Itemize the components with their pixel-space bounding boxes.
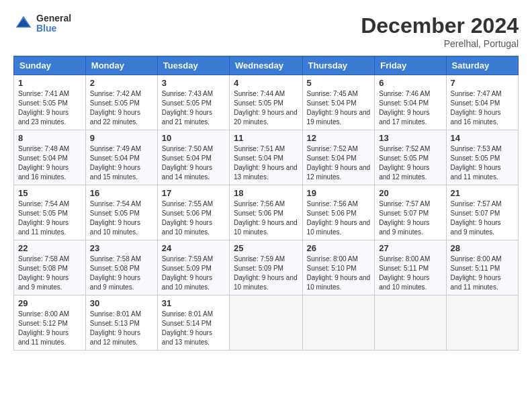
calendar-cell: 10 Sunrise: 7:50 AM Sunset: 5:04 PM Dayl… bbox=[157, 130, 229, 185]
calendar-cell: 17 Sunrise: 7:55 AM Sunset: 5:06 PM Dayl… bbox=[157, 185, 229, 240]
day-number: 17 bbox=[162, 188, 225, 198]
calendar-cell: 8 Sunrise: 7:48 AM Sunset: 5:04 PM Dayli… bbox=[14, 130, 86, 185]
column-header-saturday: Saturday bbox=[446, 56, 518, 75]
day-info: Sunrise: 7:56 AM Sunset: 5:06 PM Dayligh… bbox=[234, 199, 298, 237]
calendar-cell: 29 Sunrise: 8:00 AM Sunset: 5:12 PM Dayl… bbox=[14, 295, 86, 351]
calendar-cell bbox=[375, 295, 446, 351]
day-info: Sunrise: 7:42 AM Sunset: 5:05 PM Dayligh… bbox=[90, 89, 153, 127]
calendar-week-row: 8 Sunrise: 7:48 AM Sunset: 5:04 PM Dayli… bbox=[14, 130, 519, 185]
day-number: 3 bbox=[162, 78, 225, 88]
logo-icon bbox=[13, 13, 34, 34]
day-info: Sunrise: 7:54 AM Sunset: 5:05 PM Dayligh… bbox=[90, 199, 153, 237]
logo-text: General Blue bbox=[36, 13, 71, 34]
day-number: 25 bbox=[234, 243, 298, 253]
day-number: 16 bbox=[90, 188, 153, 198]
day-number: 21 bbox=[451, 188, 514, 198]
day-info: Sunrise: 7:46 AM Sunset: 5:04 PM Dayligh… bbox=[379, 89, 441, 127]
day-info: Sunrise: 7:57 AM Sunset: 5:07 PM Dayligh… bbox=[379, 199, 441, 237]
day-number: 31 bbox=[162, 298, 225, 308]
day-info: Sunrise: 7:52 AM Sunset: 5:04 PM Dayligh… bbox=[307, 144, 371, 182]
day-number: 23 bbox=[90, 243, 153, 253]
calendar-cell: 14 Sunrise: 7:53 AM Sunset: 5:05 PM Dayl… bbox=[446, 130, 518, 185]
column-header-thursday: Thursday bbox=[302, 56, 375, 75]
calendar-week-row: 22 Sunrise: 7:58 AM Sunset: 5:08 PM Dayl… bbox=[14, 240, 519, 295]
calendar-cell: 23 Sunrise: 7:58 AM Sunset: 5:08 PM Dayl… bbox=[85, 240, 157, 295]
day-number: 6 bbox=[379, 78, 441, 88]
day-number: 22 bbox=[18, 243, 81, 253]
logo-general-text: General bbox=[36, 13, 71, 24]
day-info: Sunrise: 7:52 AM Sunset: 5:05 PM Dayligh… bbox=[379, 144, 441, 182]
calendar-cell: 9 Sunrise: 7:49 AM Sunset: 5:04 PM Dayli… bbox=[85, 130, 157, 185]
day-info: Sunrise: 7:44 AM Sunset: 5:05 PM Dayligh… bbox=[234, 89, 298, 127]
day-info: Sunrise: 7:58 AM Sunset: 5:08 PM Dayligh… bbox=[90, 255, 153, 292]
day-number: 9 bbox=[90, 133, 153, 143]
calendar-cell bbox=[230, 295, 303, 351]
logo-blue-text: Blue bbox=[36, 24, 71, 34]
calendar-cell: 7 Sunrise: 7:47 AM Sunset: 5:04 PM Dayli… bbox=[446, 75, 518, 130]
day-number: 13 bbox=[379, 133, 441, 143]
calendar-week-row: 1 Sunrise: 7:41 AM Sunset: 5:05 PM Dayli… bbox=[14, 75, 519, 130]
calendar-cell: 26 Sunrise: 8:00 AM Sunset: 5:10 PM Dayl… bbox=[302, 240, 375, 295]
page-header: General Blue December 2024 Perelhal, Por… bbox=[13, 13, 519, 49]
day-info: Sunrise: 7:59 AM Sunset: 5:09 PM Dayligh… bbox=[162, 255, 225, 292]
title-section: December 2024 Perelhal, Portugal bbox=[361, 13, 519, 49]
day-number: 29 bbox=[18, 298, 81, 308]
day-info: Sunrise: 7:50 AM Sunset: 5:04 PM Dayligh… bbox=[162, 144, 225, 182]
calendar-header-row: SundayMondayTuesdayWednesdayThursdayFrid… bbox=[14, 56, 519, 75]
calendar-cell: 18 Sunrise: 7:56 AM Sunset: 5:06 PM Dayl… bbox=[230, 185, 303, 240]
calendar-cell: 15 Sunrise: 7:54 AM Sunset: 5:05 PM Dayl… bbox=[14, 185, 86, 240]
calendar-cell: 11 Sunrise: 7:51 AM Sunset: 5:04 PM Dayl… bbox=[230, 130, 303, 185]
calendar-cell: 13 Sunrise: 7:52 AM Sunset: 5:05 PM Dayl… bbox=[375, 130, 446, 185]
calendar-cell: 21 Sunrise: 7:57 AM Sunset: 5:07 PM Dayl… bbox=[446, 185, 518, 240]
day-number: 14 bbox=[451, 133, 514, 143]
day-info: Sunrise: 7:49 AM Sunset: 5:04 PM Dayligh… bbox=[90, 144, 153, 182]
day-number: 11 bbox=[234, 133, 298, 143]
calendar-table: SundayMondayTuesdayWednesdayThursdayFrid… bbox=[13, 56, 519, 351]
day-number: 7 bbox=[451, 78, 514, 88]
day-info: Sunrise: 8:01 AM Sunset: 5:14 PM Dayligh… bbox=[162, 310, 225, 347]
day-number: 26 bbox=[307, 243, 371, 253]
location: Perelhal, Portugal bbox=[361, 38, 519, 49]
day-number: 30 bbox=[90, 298, 153, 308]
calendar-cell: 2 Sunrise: 7:42 AM Sunset: 5:05 PM Dayli… bbox=[85, 75, 157, 130]
day-number: 19 bbox=[307, 188, 371, 198]
day-info: Sunrise: 7:48 AM Sunset: 5:04 PM Dayligh… bbox=[18, 144, 81, 182]
calendar-week-row: 15 Sunrise: 7:54 AM Sunset: 5:05 PM Dayl… bbox=[14, 185, 519, 240]
calendar-cell: 4 Sunrise: 7:44 AM Sunset: 5:05 PM Dayli… bbox=[230, 75, 303, 130]
day-info: Sunrise: 7:51 AM Sunset: 5:04 PM Dayligh… bbox=[234, 144, 298, 182]
day-info: Sunrise: 8:00 AM Sunset: 5:11 PM Dayligh… bbox=[451, 255, 514, 292]
day-info: Sunrise: 7:56 AM Sunset: 5:06 PM Dayligh… bbox=[307, 199, 371, 237]
day-number: 24 bbox=[162, 243, 225, 253]
day-info: Sunrise: 8:00 AM Sunset: 5:12 PM Dayligh… bbox=[18, 310, 81, 347]
column-header-tuesday: Tuesday bbox=[157, 56, 229, 75]
column-header-wednesday: Wednesday bbox=[230, 56, 303, 75]
day-info: Sunrise: 7:58 AM Sunset: 5:08 PM Dayligh… bbox=[18, 255, 81, 292]
column-header-sunday: Sunday bbox=[14, 56, 86, 75]
day-info: Sunrise: 7:43 AM Sunset: 5:05 PM Dayligh… bbox=[162, 89, 225, 127]
day-info: Sunrise: 7:57 AM Sunset: 5:07 PM Dayligh… bbox=[451, 199, 514, 237]
calendar-cell bbox=[302, 295, 375, 351]
day-info: Sunrise: 8:00 AM Sunset: 5:10 PM Dayligh… bbox=[307, 255, 371, 292]
day-number: 10 bbox=[162, 133, 225, 143]
calendar-cell: 22 Sunrise: 7:58 AM Sunset: 5:08 PM Dayl… bbox=[14, 240, 86, 295]
day-number: 12 bbox=[307, 133, 371, 143]
calendar-cell: 24 Sunrise: 7:59 AM Sunset: 5:09 PM Dayl… bbox=[157, 240, 229, 295]
day-number: 2 bbox=[90, 78, 153, 88]
calendar-cell: 28 Sunrise: 8:00 AM Sunset: 5:11 PM Dayl… bbox=[446, 240, 518, 295]
day-number: 20 bbox=[379, 188, 441, 198]
day-number: 27 bbox=[379, 243, 441, 253]
calendar-cell: 3 Sunrise: 7:43 AM Sunset: 5:05 PM Dayli… bbox=[157, 75, 229, 130]
calendar-cell: 27 Sunrise: 8:00 AM Sunset: 5:11 PM Dayl… bbox=[375, 240, 446, 295]
day-info: Sunrise: 8:00 AM Sunset: 5:11 PM Dayligh… bbox=[379, 255, 441, 292]
day-info: Sunrise: 7:59 AM Sunset: 5:09 PM Dayligh… bbox=[234, 255, 298, 292]
day-number: 18 bbox=[234, 188, 298, 198]
calendar-cell bbox=[446, 295, 518, 351]
calendar-cell: 1 Sunrise: 7:41 AM Sunset: 5:05 PM Dayli… bbox=[14, 75, 86, 130]
day-info: Sunrise: 7:55 AM Sunset: 5:06 PM Dayligh… bbox=[162, 199, 225, 237]
calendar-cell: 5 Sunrise: 7:45 AM Sunset: 5:04 PM Dayli… bbox=[302, 75, 375, 130]
day-info: Sunrise: 7:45 AM Sunset: 5:04 PM Dayligh… bbox=[307, 89, 371, 127]
calendar-cell: 6 Sunrise: 7:46 AM Sunset: 5:04 PM Dayli… bbox=[375, 75, 446, 130]
day-number: 28 bbox=[451, 243, 514, 253]
calendar-cell: 12 Sunrise: 7:52 AM Sunset: 5:04 PM Dayl… bbox=[302, 130, 375, 185]
month-title: December 2024 bbox=[361, 13, 519, 38]
